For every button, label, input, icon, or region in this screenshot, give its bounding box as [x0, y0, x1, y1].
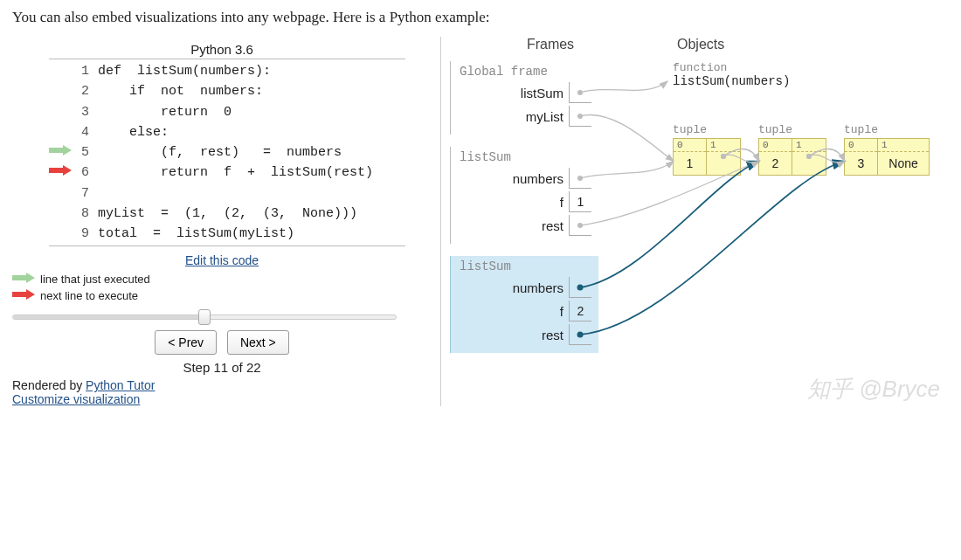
function-label: function: [673, 61, 930, 74]
frame: listSumnumbersf1rest: [450, 147, 598, 244]
lead-text: You can also embed visualizations into a…: [12, 9, 949, 26]
next-arrow-icon: [12, 289, 35, 302]
objects-header: Objects: [651, 37, 949, 52]
tuple-object: tuple011: [673, 123, 741, 176]
code-line: 3 return 0: [49, 102, 405, 122]
frame: listSumnumbersf2rest: [450, 256, 598, 353]
frame-var: numbers: [460, 277, 591, 298]
edit-code-link[interactable]: Edit this code: [185, 253, 259, 267]
customize-link[interactable]: Customize visualization: [12, 392, 140, 406]
watermark: 知乎 @Bryce: [807, 374, 940, 404]
tuple-object: tuple021: [758, 123, 826, 176]
frames-header: Frames: [450, 37, 651, 52]
code-line: 5 (f, rest) = numbers: [49, 142, 405, 162]
panel-divider: [440, 37, 441, 406]
code-line: 9total = listSum(myList): [49, 224, 405, 244]
code-line: 7: [49, 183, 405, 204]
frame-var: rest: [460, 215, 591, 236]
function-signature: listSum(numbers): [673, 74, 930, 88]
python-version: Python 3.6: [12, 42, 432, 57]
legend-next: next line to execute: [12, 289, 432, 302]
next-button[interactable]: Next >: [227, 330, 289, 355]
code-line: 8myList = (1, (2, (3, None))): [49, 204, 405, 224]
frame: Global framelistSummyList: [450, 61, 598, 135]
frame-var: f2: [460, 301, 591, 321]
python-tutor-link[interactable]: Python Tutor: [86, 378, 155, 392]
code-line: 1def listSum(numbers):: [49, 61, 405, 81]
code-panel: Python 3.6 1def listSum(numbers):2 if no…: [12, 37, 432, 406]
legend-prev: line that just executed: [12, 273, 432, 286]
frame-var: numbers: [460, 168, 591, 189]
frame-var: rest: [460, 324, 591, 345]
code-line: 6 return f + listSum(rest): [49, 162, 405, 183]
code-box: 1def listSum(numbers):2 if not numbers:3…: [49, 59, 405, 246]
code-line: 4 else:: [49, 122, 405, 142]
frame-var: f1: [460, 191, 591, 212]
tuple-object: tuple031None: [844, 123, 930, 176]
step-label: Step 11 of 22: [12, 360, 432, 375]
rendered-by: Rendered by Python Tutor: [12, 378, 432, 392]
prev-arrow-icon: [12, 273, 35, 286]
step-slider[interactable]: [12, 309, 397, 325]
frame-var: myList: [460, 106, 591, 127]
frame-var: listSum: [460, 82, 591, 103]
code-line: 2 if not numbers:: [49, 81, 405, 101]
visualization-panel: Frames Objects Global framelistSummyList…: [450, 37, 949, 406]
prev-button[interactable]: < Prev: [155, 330, 217, 355]
